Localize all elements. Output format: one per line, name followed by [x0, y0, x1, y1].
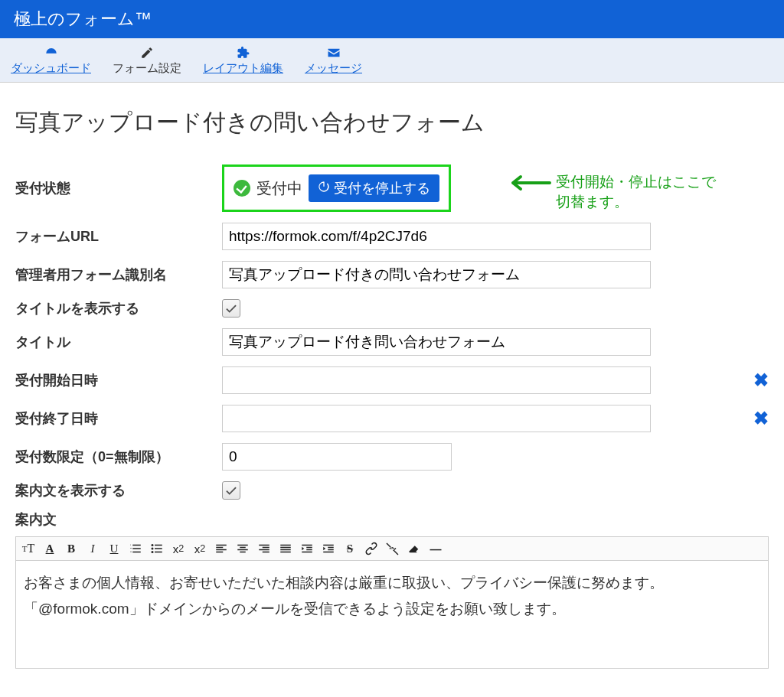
list-unordered-icon[interactable] [149, 540, 165, 557]
start-datetime-input[interactable] [222, 366, 651, 394]
nav-layout-edit[interactable]: レイアウト編集 [203, 46, 283, 76]
show-title-checkbox[interactable] [222, 299, 240, 318]
row-start-datetime: 受付開始日時 ✖ [15, 366, 769, 394]
nav-label: フォーム設定 [113, 61, 181, 76]
app-header: 極上のフォーム™ [0, 0, 784, 38]
row-title: タイトル [15, 328, 769, 356]
check-icon [224, 484, 238, 497]
limit-input[interactable] [222, 443, 452, 471]
svg-point-2 [152, 548, 154, 550]
title-input[interactable] [222, 328, 651, 356]
admin-name-input[interactable] [222, 261, 651, 288]
subscript-icon[interactable]: x2 [171, 540, 186, 557]
pencil-icon [113, 46, 181, 60]
show-guide-checkbox[interactable] [222, 481, 240, 500]
indent-decrease-icon[interactable] [299, 540, 315, 557]
svg-point-4 [152, 551, 154, 553]
content-area: 写真アップロード付きの問い合わせフォーム 受付状態 受付中 受付を停止する 受付… [0, 83, 784, 682]
row-form-url: フォームURL [15, 223, 769, 250]
status-text: 受付中 [256, 178, 302, 199]
nav-dashboard[interactable]: ダッシュボード [11, 46, 91, 76]
puzzle-icon [203, 46, 283, 60]
font-size-icon[interactable]: TT [21, 540, 36, 557]
power-icon [318, 181, 330, 197]
label-title: タイトル [15, 333, 222, 351]
align-right-icon[interactable] [256, 540, 272, 557]
arrow-left-icon [505, 172, 551, 194]
form-url-input[interactable] [222, 223, 651, 250]
svg-rect-5 [155, 552, 162, 553]
envelope-icon [305, 46, 362, 60]
nav-label: メッセージ [305, 61, 362, 76]
rich-text-editor: TT A B I U x2 x2 S — お客さまの個 [15, 536, 769, 669]
status-box: 受付中 受付を停止する [222, 164, 451, 212]
guide-line-2: 「@formok.com」ドメインからのメールを受信できるよう設定をお願い致しま… [24, 596, 760, 622]
indent-increase-icon[interactable] [321, 540, 336, 557]
hint-callout: 受付開始・停止はここで切替ます。 [505, 172, 724, 212]
align-center-icon[interactable] [235, 540, 250, 557]
align-justify-icon[interactable] [278, 540, 293, 557]
svg-point-0 [152, 544, 154, 546]
link-icon[interactable] [364, 540, 379, 557]
superscript-icon[interactable]: x2 [192, 540, 207, 557]
stop-reception-button[interactable]: 受付を停止する [309, 174, 439, 202]
row-show-title: タイトルを表示する [15, 299, 769, 318]
label-form-url: フォームURL [15, 227, 222, 246]
check-circle-icon [234, 180, 250, 197]
row-end-datetime: 受付終了日時 ✖ [15, 405, 769, 432]
label-status: 受付状態 [15, 179, 222, 197]
dashboard-icon [11, 46, 91, 60]
clear-end-datetime-icon[interactable]: ✖ [753, 408, 769, 429]
row-limit: 受付数限定（0=無制限） [15, 443, 769, 471]
hint-text: 受付開始・停止はここで切替ます。 [556, 172, 724, 212]
svg-rect-3 [155, 548, 162, 549]
label-limit: 受付数限定（0=無制限） [15, 448, 222, 466]
underline-icon[interactable]: U [106, 540, 122, 557]
main-nav: ダッシュボード フォーム設定 レイアウト編集 メッセージ [0, 38, 784, 83]
align-left-icon[interactable] [214, 540, 229, 557]
font-color-icon[interactable]: A [42, 540, 57, 557]
row-status: 受付状態 受付中 受付を停止する 受付開始・停止はここで切替ます。 [15, 164, 769, 212]
label-admin-name: 管理者用フォーム識別名 [15, 265, 222, 284]
label-show-title: タイトルを表示する [15, 299, 222, 318]
guide-line-1: お客さまの個人情報、お寄せいただいた相談内容は厳重に取扱い、プライバシー保護に努… [24, 570, 760, 596]
stop-button-label: 受付を停止する [334, 179, 430, 197]
nav-messages[interactable]: メッセージ [305, 46, 362, 76]
nav-label: レイアウト編集 [203, 61, 283, 76]
editor-toolbar: TT A B I U x2 x2 S — [16, 537, 768, 561]
end-datetime-input[interactable] [222, 405, 651, 432]
label-end-datetime: 受付終了日時 [15, 409, 222, 428]
row-guide-label: 案内文 [15, 510, 769, 533]
svg-rect-1 [155, 545, 162, 546]
clear-format-icon[interactable] [407, 540, 422, 557]
check-icon [224, 301, 238, 315]
nav-label: ダッシュボード [11, 61, 91, 76]
nav-form-settings[interactable]: フォーム設定 [113, 46, 181, 76]
app-title: 極上のフォーム™ [14, 9, 152, 28]
row-show-guide: 案内文を表示する [15, 481, 769, 500]
label-start-datetime: 受付開始日時 [15, 371, 222, 389]
row-admin-name: 管理者用フォーム識別名 [15, 261, 769, 288]
clear-start-datetime-icon[interactable]: ✖ [753, 370, 769, 391]
italic-icon[interactable]: I [85, 540, 100, 557]
label-show-guide: 案内文を表示する [15, 481, 222, 500]
label-guide: 案内文 [15, 510, 57, 529]
list-ordered-icon[interactable] [128, 540, 143, 557]
editor-body[interactable]: お客さまの個人情報、お寄せいただいた相談内容は厳重に取扱い、プライバシー保護に努… [16, 561, 768, 668]
horizontal-rule-icon[interactable]: — [428, 540, 443, 557]
page-title: 写真アップロード付きの問い合わせフォーム [15, 107, 769, 138]
bold-icon[interactable]: B [64, 540, 79, 557]
unlink-icon[interactable] [385, 540, 400, 557]
strikethrough-icon[interactable]: S [342, 540, 358, 557]
